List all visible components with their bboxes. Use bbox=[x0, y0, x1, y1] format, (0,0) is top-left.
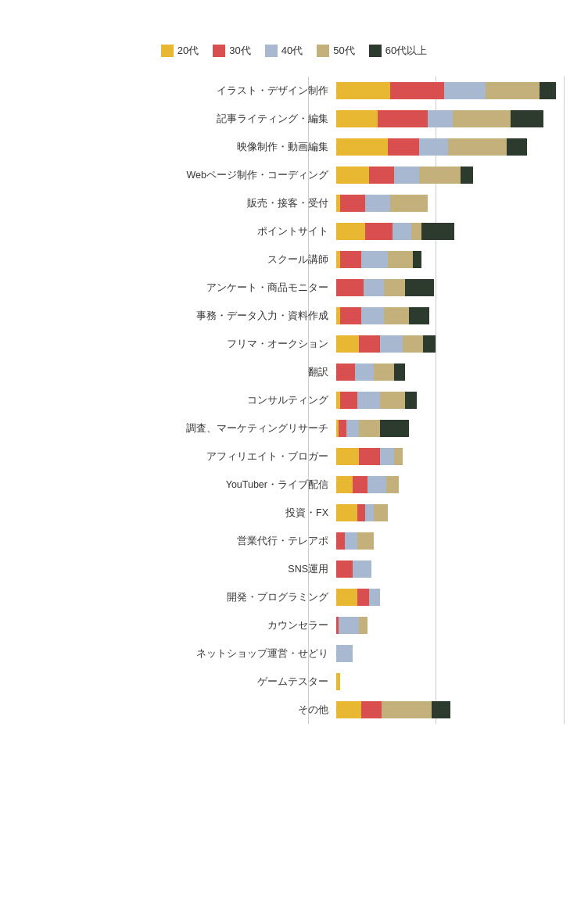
bar-segment-15-1 bbox=[357, 504, 366, 521]
legend-item-3: 50代 bbox=[317, 44, 354, 58]
bar-segment-3-3 bbox=[419, 167, 461, 184]
legend-item-4: 60代以上 bbox=[369, 44, 427, 58]
bar-segment-0-3 bbox=[486, 82, 540, 99]
bar-segment-7-3 bbox=[384, 279, 405, 296]
legend-color-1 bbox=[213, 45, 225, 57]
row-label-5: ポイントサイト bbox=[180, 225, 336, 238]
bar-segment-13-0 bbox=[336, 448, 359, 465]
legend-color-2 bbox=[265, 45, 278, 57]
row-label-9: フリマ・オークション bbox=[180, 338, 336, 351]
bar-segment-3-2 bbox=[394, 167, 419, 184]
chart-row-9: フリマ・オークション bbox=[180, 330, 565, 358]
bar-segment-5-2 bbox=[393, 223, 411, 240]
bar-segment-4-1 bbox=[340, 195, 365, 212]
legend-color-0 bbox=[161, 45, 174, 57]
bar-track-3 bbox=[336, 167, 565, 184]
bar-segment-18-0 bbox=[336, 589, 357, 606]
chart-row-20: ネットショップ運営・せどり bbox=[180, 639, 565, 668]
legend-color-4 bbox=[369, 45, 382, 57]
row-label-15: 投資・FX bbox=[180, 507, 336, 520]
bar-track-4 bbox=[336, 195, 565, 212]
chart-row-15: 投資・FX bbox=[180, 499, 565, 527]
chart-row-4: 販売・接客・受付 bbox=[180, 189, 565, 217]
bar-segment-19-2 bbox=[339, 617, 360, 634]
row-label-17: SNS運用 bbox=[180, 563, 336, 576]
bar-segment-0-4 bbox=[540, 82, 556, 99]
bar-segment-16-1 bbox=[336, 532, 345, 550]
legend-color-3 bbox=[317, 45, 329, 57]
bar-segment-15-3 bbox=[374, 504, 389, 521]
bar-segment-11-1 bbox=[340, 392, 357, 409]
bar-segment-9-0 bbox=[336, 335, 359, 353]
row-label-2: 映像制作・動画編集 bbox=[180, 141, 336, 154]
row-label-20: ネットショップ運営・せどり bbox=[180, 647, 336, 661]
bar-segment-6-2 bbox=[361, 251, 389, 268]
bar-segment-18-2 bbox=[369, 589, 379, 606]
legend-item-2: 40代 bbox=[265, 44, 303, 58]
bar-segment-16-3 bbox=[357, 532, 374, 550]
bar-segment-2-0 bbox=[336, 138, 388, 156]
legend: 20代30代40代50代60代以上 bbox=[23, 44, 565, 58]
row-label-7: アンケート・商品モニター bbox=[180, 281, 336, 295]
chart-row-19: カウンセラー bbox=[180, 611, 565, 639]
bar-segment-4-3 bbox=[390, 195, 428, 212]
bar-track-14 bbox=[336, 476, 565, 493]
chart-area: イラスト・デザイン制作記事ライティング・編集映像制作・動画編集Webページ制作・… bbox=[180, 77, 565, 724]
bar-segment-12-4 bbox=[380, 420, 409, 437]
row-label-10: 翻訳 bbox=[180, 366, 336, 379]
legend-label-1: 30代 bbox=[229, 44, 250, 58]
chart-row-22: その他 bbox=[180, 696, 565, 724]
row-label-0: イラスト・デザイン制作 bbox=[180, 84, 336, 98]
bar-segment-2-3 bbox=[448, 138, 506, 156]
chart-row-7: アンケート・商品モニター bbox=[180, 274, 565, 302]
bar-segment-10-2 bbox=[355, 364, 374, 381]
bar-segment-0-0 bbox=[336, 82, 390, 99]
chart-row-14: YouTuber・ライブ配信 bbox=[180, 471, 565, 499]
bar-segment-9-4 bbox=[423, 335, 436, 353]
bar-segment-5-0 bbox=[336, 223, 365, 240]
bar-segment-12-2 bbox=[346, 420, 359, 437]
chart-row-16: 営業代行・テレアポ bbox=[180, 527, 565, 555]
bar-segment-1-1 bbox=[378, 110, 428, 127]
bar-segment-7-2 bbox=[364, 279, 385, 296]
bar-segment-22-4 bbox=[432, 701, 450, 718]
legend-label-2: 40代 bbox=[281, 44, 303, 58]
chart-row-21: ゲームテスター bbox=[180, 668, 565, 696]
bar-segment-22-3 bbox=[382, 701, 432, 718]
chart-row-5: ポイントサイト bbox=[180, 217, 565, 245]
bar-segment-22-1 bbox=[361, 701, 382, 718]
bar-segment-8-3 bbox=[384, 307, 409, 324]
chart-row-17: SNS運用 bbox=[180, 555, 565, 583]
row-label-21: ゲームテスター bbox=[180, 675, 336, 689]
bar-track-1 bbox=[336, 110, 565, 127]
chart-container: 20代30代40代50代60代以上 イラスト・デザイン制作記事ライティング・編集… bbox=[0, 16, 588, 747]
bar-track-18 bbox=[336, 589, 565, 606]
bar-segment-14-3 bbox=[386, 476, 399, 493]
legend-label-4: 60代以上 bbox=[385, 44, 427, 58]
bar-track-0 bbox=[336, 82, 565, 99]
bar-segment-22-0 bbox=[336, 701, 361, 718]
row-label-1: 記事ライティング・編集 bbox=[180, 113, 336, 126]
bar-track-20 bbox=[336, 645, 565, 662]
bar-segment-6-3 bbox=[388, 251, 413, 268]
bar-segment-20-2 bbox=[336, 645, 353, 662]
chart-row-12: 調査、マーケティングリサーチ bbox=[180, 414, 565, 442]
bar-segment-4-2 bbox=[365, 195, 390, 212]
bar-track-10 bbox=[336, 364, 565, 381]
bar-track-7 bbox=[336, 279, 565, 296]
bar-track-6 bbox=[336, 251, 565, 268]
bar-segment-8-1 bbox=[340, 307, 361, 324]
chart-row-13: アフィリエイト・ブロガー bbox=[180, 442, 565, 471]
bar-segment-16-2 bbox=[345, 532, 357, 550]
bar-segment-2-4 bbox=[507, 138, 528, 156]
bar-segment-1-3 bbox=[453, 110, 511, 127]
row-label-8: 事務・データ入力・資料作成 bbox=[180, 310, 336, 323]
chart-row-8: 事務・データ入力・資料作成 bbox=[180, 302, 565, 330]
bar-segment-10-3 bbox=[374, 364, 395, 381]
bar-segment-13-2 bbox=[380, 448, 395, 465]
bar-segment-14-1 bbox=[353, 476, 368, 493]
legend-item-1: 30代 bbox=[213, 44, 250, 58]
row-label-13: アフィリエイト・ブロガー bbox=[180, 450, 336, 464]
bar-segment-3-1 bbox=[369, 167, 394, 184]
bar-segment-13-1 bbox=[359, 448, 380, 465]
